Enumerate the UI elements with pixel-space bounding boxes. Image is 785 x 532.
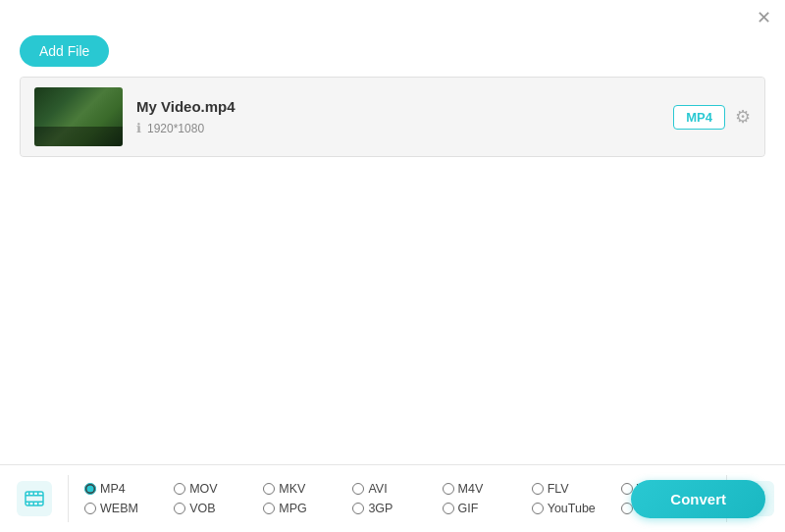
format-radio-flv[interactable]: [532, 483, 544, 495]
convert-area: Convert: [631, 480, 765, 518]
svg-rect-2: [26, 502, 43, 504]
file-meta: ℹ 1920*1080: [136, 121, 673, 135]
format-radio-3gp[interactable]: [352, 503, 364, 514]
svg-rect-1: [26, 495, 43, 497]
title-bar: ✕: [0, 0, 785, 35]
empty-area: [0, 157, 785, 383]
close-icon: ✕: [757, 7, 771, 28]
add-file-button[interactable]: Add File: [20, 35, 109, 67]
format-label-mpg: MPG: [279, 502, 306, 515]
format-radio-mpg[interactable]: [263, 503, 275, 514]
file-resolution: 1920*1080: [147, 122, 204, 135]
info-icon: ℹ: [136, 121, 141, 135]
svg-rect-3: [28, 492, 30, 495]
format-label-mp4: MP4: [100, 482, 126, 496]
format-options: MP4 MOV MKV AVI M4V FLV WMV WEBM: [69, 482, 726, 515]
format-radio-m4v[interactable]: [443, 483, 454, 495]
format-radio-webm[interactable]: [84, 503, 96, 514]
thumbnail-image: [34, 87, 123, 146]
format-radio-mov[interactable]: [174, 483, 185, 495]
file-list: My Video.mp4 ℹ 1920*1080 MP4 ⚙: [20, 77, 765, 157]
format-radio-avi[interactable]: [352, 483, 364, 495]
format-option-vob[interactable]: VOB: [174, 502, 263, 515]
format-radio-gif[interactable]: [443, 503, 454, 514]
file-item: My Video.mp4 ℹ 1920*1080 MP4 ⚙: [21, 78, 764, 156]
svg-rect-7: [32, 503, 34, 505]
format-radio-mp4[interactable]: [84, 483, 96, 495]
film-icon: [17, 481, 52, 516]
format-radio-youtube[interactable]: [532, 503, 544, 514]
file-thumbnail: [34, 87, 123, 146]
format-label-m4v: M4V: [458, 482, 484, 496]
format-label-3gp: 3GP: [368, 502, 392, 515]
format-label-webm: WEBM: [100, 502, 138, 515]
video-tab[interactable]: [0, 475, 69, 522]
format-option-3gp[interactable]: 3GP: [352, 502, 442, 515]
settings-icon[interactable]: ⚙: [735, 106, 751, 128]
format-option-mpg[interactable]: MPG: [263, 502, 352, 515]
format-option-avi[interactable]: AVI: [352, 482, 442, 496]
format-label-mkv: MKV: [279, 482, 305, 496]
format-option-flv[interactable]: FLV: [532, 482, 621, 496]
format-option-gif[interactable]: GIF: [443, 502, 532, 515]
svg-rect-5: [37, 492, 39, 495]
format-badge[interactable]: MP4: [673, 105, 725, 130]
format-option-youtube[interactable]: YouTube: [532, 502, 621, 515]
svg-rect-8: [37, 503, 39, 505]
format-label-avi: AVI: [368, 482, 387, 496]
file-actions: MP4 ⚙: [673, 105, 751, 130]
svg-rect-4: [32, 492, 34, 495]
format-label-flv: FLV: [548, 482, 569, 496]
file-name: My Video.mp4: [136, 98, 673, 115]
format-option-mkv[interactable]: MKV: [263, 482, 352, 496]
format-label-mov: MOV: [189, 482, 217, 496]
file-info: My Video.mp4 ℹ 1920*1080: [136, 98, 673, 135]
format-radio-mkv[interactable]: [263, 483, 275, 495]
format-label-youtube: YouTube: [548, 502, 596, 515]
toolbar: Add File: [0, 35, 785, 77]
svg-rect-6: [28, 503, 30, 505]
format-option-m4v[interactable]: M4V: [443, 482, 532, 496]
format-option-webm[interactable]: WEBM: [84, 502, 174, 515]
convert-button[interactable]: Convert: [631, 480, 765, 518]
format-label-vob: VOB: [189, 502, 215, 515]
close-button[interactable]: ✕: [754, 8, 773, 27]
format-option-mov[interactable]: MOV: [174, 482, 263, 496]
format-label-gif: GIF: [458, 502, 479, 515]
format-option-mp4[interactable]: MP4: [84, 482, 174, 496]
format-radio-vob[interactable]: [174, 503, 185, 514]
